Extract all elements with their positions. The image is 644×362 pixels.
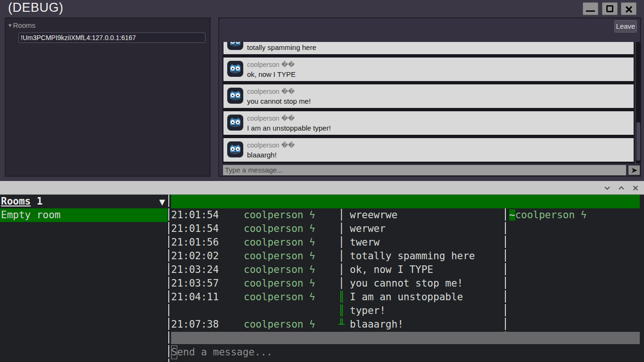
message-card: coolperson �� totally spamming here (223, 42, 634, 55)
message-sender: coolperson ϟ (244, 208, 339, 222)
terminal-rooms-column: Rooms 1▼ Empty room (0, 195, 168, 362)
message-text: werwer (350, 222, 505, 236)
member-list: ~coolperson ϟ (509, 208, 640, 222)
message-text: totally spamming here (247, 42, 316, 52)
message-time: 21:07:38 (171, 318, 244, 331)
message-text: typer! (350, 304, 505, 318)
godot-avatar-icon (227, 141, 244, 158)
rooms-tree-label: Rooms (13, 21, 36, 29)
message-sender: coolperson ϟ (244, 277, 339, 290)
message-text: totally spamming here (350, 249, 505, 263)
terminal-message-row: 21:03:57coolperson ϟ│you cannot stop me! (171, 277, 505, 290)
message-author: coolperson �� (247, 60, 296, 69)
column-separator-glyph: │ (339, 208, 350, 222)
column-separator-glyph: │ (339, 249, 350, 263)
godot-avatar-icon (227, 42, 244, 50)
minimize-button[interactable] (583, 2, 598, 15)
unread-marker-end-glyph: ╨ (339, 318, 350, 331)
terminal-message-list: 21:01:54coolperson ϟ│wreewrwe 21:01:54co… (171, 208, 505, 331)
send-button[interactable] (627, 165, 641, 176)
rooms-column-separator (168, 195, 169, 362)
chevron-down-icon[interactable] (603, 184, 611, 192)
terminal-room-item-selected[interactable]: Empty room (0, 208, 168, 222)
window-title: (DEBUG) (8, 0, 64, 15)
message-author: coolperson �� (247, 87, 311, 96)
message-time: 21:01:54 (171, 222, 244, 236)
terminal-message-input[interactable]: Send a message... (171, 346, 272, 359)
close-button[interactable] (621, 2, 636, 15)
unread-marker-glyph: ║ (339, 290, 350, 304)
terminal-message-row: 21:01:56coolperson ϟ│twerw (171, 236, 505, 249)
message-time: 21:01:54 (171, 208, 244, 222)
message-author: coolperson �� (247, 141, 295, 150)
message-text: I am an unstoppable (350, 290, 505, 304)
message-text: twerw (350, 236, 505, 249)
message-time: 21:03:57 (171, 277, 244, 290)
chat-message-input[interactable]: Type a message... (223, 165, 627, 176)
message-card: coolperson �� I am an unstoppable typer! (223, 111, 634, 135)
message-author: coolperson �� (247, 114, 331, 123)
message-sender (244, 304, 339, 318)
terminal-cursor: S (171, 346, 177, 359)
terminal-status-bar (171, 332, 640, 344)
rooms-tree-header[interactable]: ▾ Rooms (8, 21, 35, 29)
terminal-message-row: 21:07:38coolperson ϟ╨blaaargh! (171, 318, 505, 331)
column-separator-glyph: │ (339, 263, 350, 277)
message-text: blaaargh! (247, 150, 295, 160)
maximize-icon (606, 5, 613, 12)
chat-panel: Leave coolperson �� t (218, 17, 641, 177)
message-text: you cannot stop me! (350, 277, 505, 290)
column-separator-glyph: │ (339, 236, 350, 249)
message-sender: coolperson ϟ (244, 318, 339, 331)
message-text: ok, now I TYPE (247, 69, 296, 79)
close-icon (625, 5, 633, 14)
message-sender: coolperson ϟ (244, 290, 339, 304)
godot-avatar-icon (227, 87, 244, 104)
terminal-message-row: 21:02:02coolperson ϟ│totally spamming he… (171, 249, 505, 263)
terminal-input-placeholder: end a message... (177, 346, 272, 358)
message-card: coolperson �� blaaargh! (223, 138, 634, 162)
rooms-header-label: Rooms (1, 196, 31, 207)
chat-scrollbar[interactable] (636, 42, 641, 164)
message-text: I am an unstoppable typer! (247, 123, 331, 133)
leave-button[interactable]: Leave (614, 20, 637, 33)
terminal-chat-client: Rooms 1▼ Empty room 21:01:54coolperson ϟ… (0, 195, 644, 362)
message-text: ok, now I TYPE (350, 263, 505, 277)
message-time: 21:02:02 (171, 249, 244, 263)
column-separator-glyph: │ (339, 222, 350, 236)
terminal-message-row: ║typer! (171, 304, 505, 318)
terminal-message-row: 21:01:54coolperson ϟ│werwer (171, 222, 505, 236)
message-card: coolperson �� ok, now I TYPE (223, 57, 634, 82)
message-text: blaaargh! (350, 318, 505, 331)
member-power-prefix: ~ (509, 209, 515, 221)
rooms-panel: ▾ Rooms !Um3PCMPI9kziIXMfL4:127.0.0.1:61… (5, 17, 211, 177)
terminal-rooms-header[interactable]: Rooms 1▼ (0, 195, 168, 208)
rooms-dropdown-icon[interactable]: ▼ (159, 195, 165, 209)
member-list-separator (505, 208, 506, 332)
minimize-icon (586, 10, 595, 12)
message-time (171, 304, 244, 318)
send-icon (631, 167, 638, 174)
message-text: you cannot stop me! (247, 96, 311, 106)
tree-collapse-icon[interactable]: ▾ (8, 22, 12, 29)
chat-scrollbar-thumb[interactable] (636, 122, 640, 161)
room-title-bar (171, 195, 640, 208)
maximize-button[interactable] (602, 2, 618, 15)
app-window: (DEBUG) ▾ Rooms !Um3PCMPI9kziIXMfL4:127.… (0, 0, 644, 181)
panel-close-icon[interactable] (632, 184, 639, 192)
column-separator-glyph: │ (339, 277, 350, 290)
message-time: 21:04:11 (171, 290, 244, 304)
message-sender: coolperson ϟ (244, 236, 339, 249)
message-list[interactable]: coolperson �� totally spamming here (223, 42, 635, 164)
bottom-panel-titlebar (0, 181, 644, 195)
godot-avatar-icon (227, 114, 244, 131)
message-sender: coolperson ϟ (244, 249, 339, 263)
member-name[interactable]: coolperson ϟ (515, 209, 587, 221)
terminal-message-row: 21:04:11coolperson ϟ║I am an unstoppable (171, 290, 505, 304)
godot-avatar-icon (227, 60, 244, 77)
message-time: 21:03:24 (171, 263, 244, 277)
chevron-up-icon[interactable] (618, 184, 625, 192)
rooms-count: 1 (31, 196, 42, 207)
unread-marker-glyph: ║ (339, 304, 350, 318)
room-list-item[interactable]: !Um3PCMPI9kziIXMfL4:127.0.0.1:6167 (18, 33, 206, 43)
